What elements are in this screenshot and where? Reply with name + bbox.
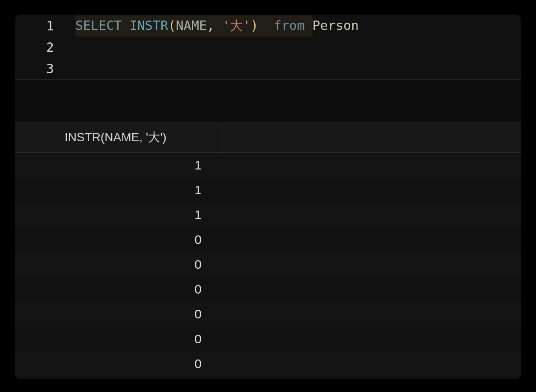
line-number: 2	[15, 40, 75, 55]
keyword-select: SELECT	[75, 18, 122, 33]
table-row[interactable]: 0	[15, 252, 521, 277]
table-row[interactable]: 0	[15, 227, 521, 252]
row-number-cell	[15, 351, 43, 376]
result-cell[interactable]: 1	[43, 158, 223, 172]
space	[305, 18, 313, 33]
function-instr: INSTR	[129, 18, 168, 33]
result-cell[interactable]: 0	[43, 232, 223, 247]
table-row[interactable]: 1	[15, 178, 521, 202]
gap	[258, 18, 274, 33]
row-number-header	[15, 122, 43, 152]
code-line-2[interactable]: 2	[15, 36, 521, 58]
row-number-cell	[15, 277, 43, 302]
result-cell[interactable]: 0	[43, 332, 223, 346]
identifier-name: NAME	[176, 18, 207, 33]
table-row[interactable]: 1	[15, 202, 521, 227]
results-panel: INSTR(NAME, '大') 1 1 1 0 0	[15, 122, 521, 379]
string-literal: '大'	[222, 18, 250, 33]
line-number: 3	[15, 61, 75, 76]
line-number: 1	[15, 18, 75, 33]
row-number-cell	[15, 227, 43, 252]
right-paren: )	[250, 18, 258, 33]
panel-divider[interactable]	[15, 79, 521, 122]
row-number-cell	[15, 252, 43, 277]
table-row[interactable]: 0	[15, 277, 521, 302]
row-number-cell	[15, 327, 43, 351]
table-row[interactable]: 0	[15, 351, 521, 376]
results-body[interactable]: 1 1 1 0 0 0 0	[15, 153, 521, 379]
sql-statement[interactable]: SELECT INSTR(NAME, '大') from	[75, 15, 313, 36]
comma: ,	[207, 18, 214, 33]
column-header[interactable]: INSTR(NAME, '大')	[43, 122, 223, 152]
row-number-cell	[15, 153, 43, 178]
sql-editor[interactable]: 1 SELECT INSTR(NAME, '大') from Person 2 …	[15, 15, 521, 79]
result-cell[interactable]: 0	[43, 307, 223, 321]
result-cell[interactable]: 0	[43, 257, 223, 272]
code-line-3[interactable]: 3	[15, 58, 521, 79]
result-cell[interactable]: 0	[43, 356, 223, 371]
app-window: 1 SELECT INSTR(NAME, '大') from Person 2 …	[15, 15, 521, 379]
table-name: Person	[313, 18, 359, 33]
space	[214, 18, 222, 33]
table-row[interactable]: 0	[15, 302, 521, 327]
result-cell[interactable]: 0	[43, 282, 223, 297]
results-header-row: INSTR(NAME, '大')	[15, 122, 521, 153]
keyword-from: from	[274, 18, 305, 33]
row-number-cell	[15, 302, 43, 327]
code-line-1[interactable]: 1 SELECT INSTR(NAME, '大') from Person	[15, 15, 521, 36]
result-cell[interactable]: 1	[43, 183, 223, 197]
row-number-cell	[15, 202, 43, 227]
result-cell[interactable]: 1	[43, 208, 223, 222]
table-row[interactable]: 1	[15, 153, 521, 178]
left-paren: (	[168, 18, 176, 33]
table-row[interactable]: 0	[15, 327, 521, 351]
row-number-cell	[15, 178, 43, 202]
code-content[interactable]: SELECT INSTR(NAME, '大') from Person	[75, 15, 521, 36]
